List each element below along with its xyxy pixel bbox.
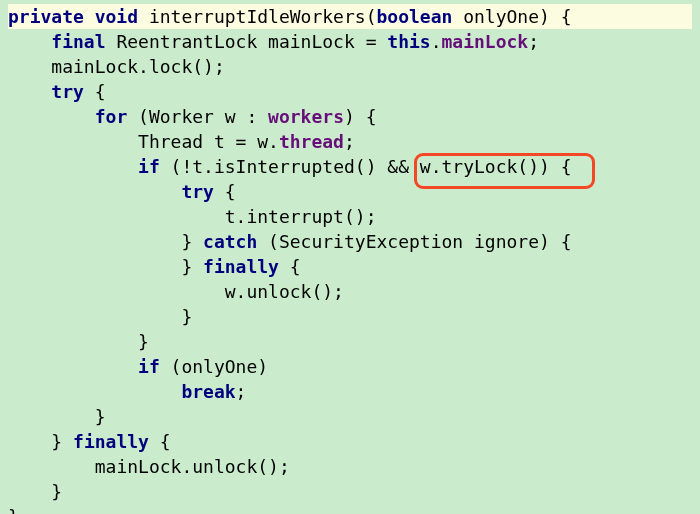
kw-try: try	[51, 81, 84, 102]
method-name: interruptIdleWorkers	[149, 6, 366, 27]
kw-finally: finally	[73, 431, 149, 452]
kw-break: break	[181, 381, 235, 402]
field-workers: workers	[268, 106, 344, 127]
kw-private-void: private void	[8, 6, 138, 27]
field-mainLock: mainLock	[442, 31, 529, 52]
kw-finally-inner: finally	[203, 256, 279, 277]
call-interrupt: t.interrupt();	[225, 206, 377, 227]
kw-this: this	[387, 31, 430, 52]
call-lock: mainLock.lock();	[51, 56, 224, 77]
kw-boolean: boolean	[376, 6, 452, 27]
kw-catch: catch	[203, 231, 257, 252]
call-unlock: w.unlock();	[225, 281, 344, 302]
cond-tryLock: && w.tryLock())	[387, 156, 550, 177]
kw-final: final	[51, 31, 105, 52]
field-thread: thread	[279, 131, 344, 152]
kw-try-inner: try	[181, 181, 214, 202]
kw-if-onlyOne: if	[138, 356, 160, 377]
call-mainLock-unlock: mainLock.unlock();	[95, 456, 290, 477]
method-signature-line: private void interruptIdleWorkers(boolea…	[8, 4, 692, 29]
kw-if: if	[138, 156, 160, 177]
code-block: private void interruptIdleWorkers(boolea…	[0, 0, 700, 514]
cond-isInterrupted: (!t.isInterrupted()	[160, 156, 388, 177]
kw-for: for	[95, 106, 128, 127]
